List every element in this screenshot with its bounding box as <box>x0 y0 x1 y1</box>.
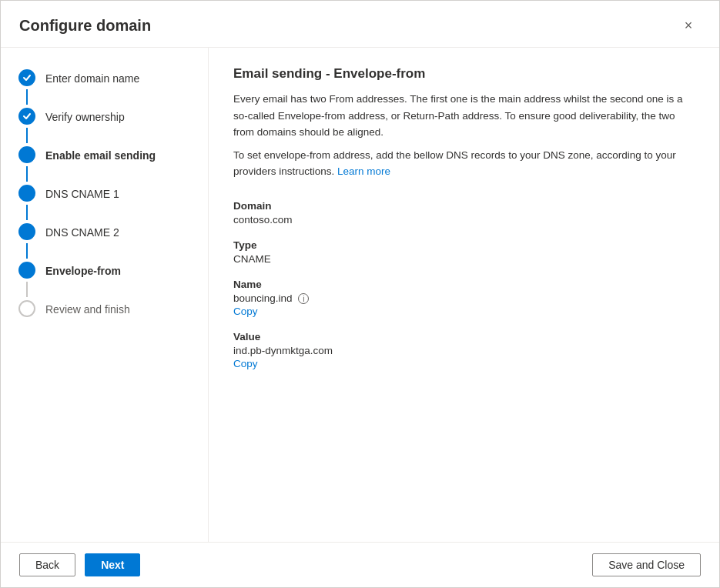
modal-body: Enter domain name Verify ownership <box>1 48 719 542</box>
copy-value-button[interactable]: Copy <box>233 358 258 369</box>
modal-header: Configure domain × <box>1 1 719 48</box>
copy-name-button[interactable]: Copy <box>233 306 258 317</box>
step-indicator-verify <box>16 108 38 125</box>
step-label-enter-domain: Enter domain name <box>38 70 139 85</box>
description-1: Every email has two From addresses. The … <box>233 91 695 141</box>
main-content: Email sending - Envelope-from Every emai… <box>209 48 719 542</box>
steps-list: Enter domain name Verify ownership <box>1 66 208 320</box>
sidebar: Enter domain name Verify ownership <box>1 48 209 542</box>
modal-footer: Back Next Save and Close <box>1 542 719 587</box>
step-label-verify: Verify ownership <box>38 109 125 124</box>
step-item-dns-cname-1[interactable]: DNS CNAME 1 <box>1 182 208 205</box>
field-value-value: ind.pb-dynmktga.com <box>233 345 695 356</box>
step-indicator-dns1 <box>16 185 38 202</box>
step-indicator-enable <box>16 146 38 163</box>
field-name: Name bouncing.ind i Copy <box>233 279 695 317</box>
field-type: Type CNAME <box>233 239 695 265</box>
connector-1 <box>1 89 208 105</box>
field-value-label: Value <box>233 331 695 342</box>
step-circle-enter-domain <box>18 69 35 86</box>
step-line-5 <box>26 243 28 259</box>
step-item-enable-email[interactable]: Enable email sending <box>1 143 208 166</box>
step-label-envelope: Envelope-from <box>38 262 121 278</box>
step-indicator-review <box>16 300 38 317</box>
name-info-icon: i <box>298 293 309 304</box>
connector-6 <box>1 282 208 297</box>
step-label-review: Review and finish <box>38 301 130 316</box>
next-button[interactable]: Next <box>85 553 140 576</box>
step-indicator-enter-domain <box>16 69 38 86</box>
step-item-dns-cname-2[interactable]: DNS CNAME 2 <box>1 220 208 243</box>
back-button[interactable]: Back <box>19 553 75 576</box>
step-circle-dns2 <box>18 223 35 240</box>
field-type-label: Type <box>233 239 695 251</box>
modal-title: Configure domain <box>19 17 151 35</box>
step-item-review[interactable]: Review and finish <box>1 297 208 320</box>
step-line-6 <box>26 282 28 297</box>
connector-3 <box>1 166 208 182</box>
connector-4 <box>1 205 208 220</box>
field-name-label: Name <box>233 279 695 290</box>
field-domain: Domain contoso.com <box>233 200 695 226</box>
close-button[interactable]: × <box>676 13 701 38</box>
step-line-3 <box>26 166 28 182</box>
save-close-button[interactable]: Save and Close <box>592 553 701 576</box>
step-item-verify-ownership[interactable]: Verify ownership <box>1 105 208 128</box>
step-indicator-envelope <box>16 262 38 279</box>
step-line-2 <box>26 128 28 143</box>
step-line-4 <box>26 205 28 220</box>
step-item-envelope-from[interactable]: Envelope-from <box>1 259 208 282</box>
content-title: Email sending - Envelope-from <box>233 66 695 82</box>
step-circle-envelope <box>18 262 35 279</box>
step-line-1 <box>26 89 28 105</box>
step-circle-enable <box>18 146 35 163</box>
connector-2 <box>1 128 208 143</box>
field-name-value: bouncing.ind i <box>233 292 695 304</box>
description-2: To set envelope-from address, add the be… <box>233 147 695 180</box>
field-domain-label: Domain <box>233 200 695 212</box>
step-circle-dns1 <box>18 185 35 202</box>
step-circle-review <box>18 300 35 317</box>
footer-left-actions: Back Next <box>19 553 140 576</box>
step-label-enable: Enable email sending <box>38 147 156 162</box>
connector-5 <box>1 243 208 259</box>
field-domain-value: contoso.com <box>233 214 695 226</box>
field-value: Value ind.pb-dynmktga.com Copy <box>233 331 695 369</box>
configure-domain-modal: Configure domain × Enter domain name <box>0 0 720 588</box>
step-item-enter-domain[interactable]: Enter domain name <box>1 66 208 89</box>
learn-more-link[interactable]: Learn more <box>337 165 390 177</box>
step-circle-verify <box>18 108 35 125</box>
step-label-dns2: DNS CNAME 2 <box>38 224 119 239</box>
step-indicator-dns2 <box>16 223 38 240</box>
field-type-value: CNAME <box>233 253 695 265</box>
step-label-dns1: DNS CNAME 1 <box>38 185 119 201</box>
